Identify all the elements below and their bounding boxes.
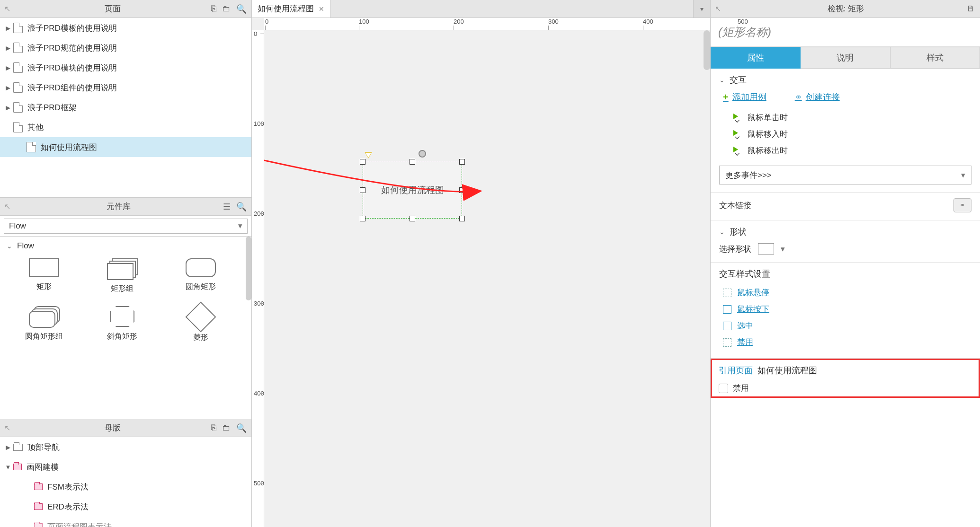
style-icon <box>723 322 731 330</box>
master-row[interactable]: 画图建模 <box>0 457 251 477</box>
event-icon <box>733 147 742 155</box>
pages-tree[interactable]: 浪子PRD模板的使用说明 浪子PRD规范的使用说明 浪子PRD模块的使用说明 浪… <box>0 18 251 198</box>
page-icon[interactable]: 🗎 <box>967 4 975 14</box>
tree-label: 浪子PRD模块的使用说明 <box>27 62 117 73</box>
section-shape[interactable]: ⌄形状 <box>719 226 971 237</box>
tree-row[interactable]: 浪子PRD模板的使用说明 <box>0 18 251 38</box>
masters-tree[interactable]: 顶部导航 画图建模 FSM表示法 ERD表示法 页面流程图表示法 <box>0 437 251 527</box>
resize-handle[interactable] <box>459 159 465 165</box>
search-icon[interactable]: 🔍 <box>236 202 247 212</box>
create-link-link[interactable]: ⚭创建连接 <box>795 91 840 103</box>
master-row[interactable]: ERD表示法 <box>0 497 251 517</box>
widget-rectangle[interactable]: 矩形 <box>5 258 83 294</box>
popout-icon[interactable]: ↖ <box>0 4 14 13</box>
masters-panel-header: ↖ 母版 ⎘ 🗀 🔍 <box>0 419 251 437</box>
plus-icon: + <box>723 92 729 103</box>
reference-page-link[interactable]: 引用页面 <box>719 365 753 376</box>
resize-handle[interactable] <box>360 159 365 165</box>
widget-rounded-rect[interactable]: 圆角矩形 <box>161 258 240 294</box>
tree-row[interactable]: 浪子PRD模块的使用说明 <box>0 58 251 78</box>
selected-shape[interactable]: 如何使用流程图 <box>363 162 462 219</box>
resize-handle[interactable] <box>459 216 465 221</box>
menu-icon[interactable]: ☰ <box>223 202 231 212</box>
shape-name-input[interactable]: (矩形名称) <box>711 18 980 47</box>
resize-handle[interactable] <box>410 159 415 165</box>
ruler-horizontal[interactable]: 0 100 200 300 400 500 <box>264 18 710 30</box>
category-label: Flow <box>17 241 34 251</box>
disabled-checkbox[interactable] <box>719 384 728 393</box>
resize-handle[interactable] <box>360 187 365 193</box>
master-row[interactable]: FSM表示法 <box>0 477 251 497</box>
close-icon[interactable]: ✕ <box>319 5 324 13</box>
inspector-title: 检视: 矩形 <box>725 3 967 14</box>
style-hover[interactable]: 鼠标悬停 <box>719 284 971 301</box>
tree-label: 其他 <box>27 122 44 133</box>
tree-label: 浪子PRD模板的使用说明 <box>27 23 117 34</box>
event-mouseenter[interactable]: 鼠标移入时 <box>719 126 971 142</box>
chevron-down-icon[interactable]: ▾ <box>781 244 785 254</box>
event-icon <box>733 130 742 139</box>
add-folder-icon[interactable]: 🗀 <box>222 4 231 14</box>
chevron-down-icon: ▾ <box>961 170 965 180</box>
reference-page-value: 如何使用流程图 <box>757 365 817 376</box>
section-interaction[interactable]: ⌄交互 <box>719 74 971 86</box>
add-folder-icon[interactable]: 🗀 <box>222 423 231 433</box>
style-mousedown[interactable]: 鼠标按下 <box>719 301 971 317</box>
page-icon <box>13 62 23 73</box>
inspector-header: ↖ 检视: 矩形 🗎 <box>711 0 980 18</box>
library-select[interactable]: Flow ▾ <box>4 219 248 234</box>
event-mouseleave[interactable]: 鼠标移出时 <box>719 142 971 159</box>
connector-marker-icon[interactable] <box>365 152 372 158</box>
style-disabled[interactable]: 禁用 <box>719 334 971 351</box>
search-icon[interactable]: 🔍 <box>236 4 247 14</box>
resize-handle[interactable] <box>410 216 415 221</box>
tab-properties[interactable]: 属性 <box>711 47 801 69</box>
add-case-link[interactable]: +添加用例 <box>723 91 766 103</box>
tree-row[interactable]: 其他 <box>0 117 251 137</box>
master-row[interactable]: 页面流程图表示法 <box>0 517 251 527</box>
connector-dot-icon[interactable] <box>419 150 426 158</box>
popout-icon[interactable]: ↖ <box>0 202 14 211</box>
canvas-tab[interactable]: 如何使用流程图 ✕ <box>252 0 330 18</box>
category-header[interactable]: ⌄Flow <box>0 237 245 255</box>
tree-label: 浪子PRD规范的使用说明 <box>27 43 117 53</box>
style-icon <box>723 289 731 297</box>
disabled-label: 禁用 <box>733 383 749 394</box>
pages-title: 页面 <box>14 3 211 14</box>
tab-notes[interactable]: 说明 <box>801 47 890 69</box>
master-icon <box>34 523 43 527</box>
add-page-icon[interactable]: ⎘ <box>211 423 216 433</box>
tree-row[interactable]: 浪子PRD规范的使用说明 <box>0 38 251 58</box>
shape-pick-label: 选择形状 <box>719 244 751 255</box>
tree-label: 浪子PRD框架 <box>27 102 77 113</box>
widget-rounded-rect-group[interactable]: 圆角矩形组 <box>5 306 83 343</box>
search-icon[interactable]: 🔍 <box>236 423 247 433</box>
tree-row[interactable]: 浪子PRD框架 <box>0 97 251 117</box>
add-page-icon[interactable]: ⎘ <box>211 4 216 14</box>
widget-rectangle-group[interactable]: 矩形组 <box>83 258 162 294</box>
page-icon <box>13 82 23 93</box>
more-events-select[interactable]: 更多事件>>>▾ <box>719 166 971 184</box>
master-icon <box>34 483 43 490</box>
scrollbar[interactable] <box>704 30 710 70</box>
event-click[interactable]: 鼠标单击时 <box>719 109 971 126</box>
scrollbar[interactable] <box>246 237 251 300</box>
style-selected[interactable]: 选中 <box>719 317 971 334</box>
resize-handle[interactable] <box>459 187 465 193</box>
tab-style[interactable]: 样式 <box>891 47 980 69</box>
tree-row[interactable]: 浪子PRD组件的使用说明 <box>0 78 251 97</box>
widget-bevel-rect[interactable]: 斜角矩形 <box>83 306 162 343</box>
resize-handle[interactable] <box>360 216 365 221</box>
popout-icon[interactable]: ↖ <box>711 4 725 13</box>
textlink-button[interactable]: ⚭ <box>953 198 971 212</box>
tree-row-selected[interactable]: 如何使用流程图 <box>0 137 251 157</box>
popout-icon[interactable]: ↖ <box>0 423 14 432</box>
shape-swatch[interactable] <box>758 243 774 255</box>
widget-diamond[interactable]: 菱形 <box>161 306 240 343</box>
page-icon <box>13 122 23 132</box>
canvas[interactable]: 如何使用流程图 <box>264 30 710 527</box>
tabs-dropdown[interactable]: ▾ <box>693 0 710 18</box>
master-row[interactable]: 顶部导航 <box>0 437 251 457</box>
interaction-styles-title: 交互样式设置 <box>719 268 971 280</box>
ruler-vertical[interactable]: 0 100 200 300 400 500 <box>252 30 264 527</box>
